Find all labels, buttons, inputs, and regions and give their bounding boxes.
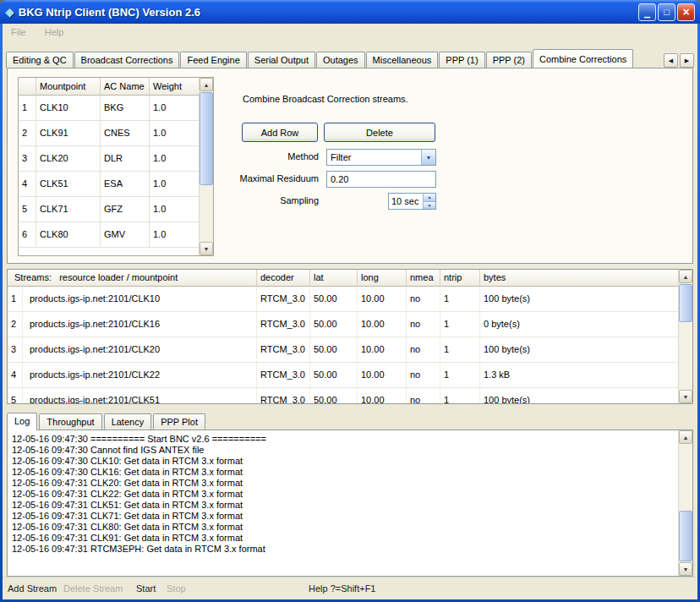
cell-ntrip: 1 — [440, 337, 480, 363]
app-window: ◆ BKG Ntrip Client (BNC) Version 2.6 ▁ □… — [0, 0, 700, 602]
col-header-ac-name[interactable]: AC Name — [101, 78, 150, 96]
col-header-nmea[interactable]: nmea — [407, 270, 440, 287]
maximal-residuum-input[interactable] — [326, 171, 436, 188]
cell-decoder: RTCM_3.0 — [257, 388, 310, 404]
window-title: BKG Ntrip Client (BNC) Version 2.6 — [19, 6, 637, 19]
cell-ac-name[interactable]: GFZ — [101, 197, 150, 222]
tab-feed-engine[interactable]: Feed Engine — [180, 52, 246, 68]
add-stream-button[interactable]: Add Stream — [8, 583, 57, 594]
cell-weight[interactable]: 1.0 — [150, 121, 199, 146]
combine-corrections-panel: Mountpoint AC Name Weight 1 CLK10 BKG 1.… — [7, 68, 693, 264]
cell-mountpoint[interactable]: CLK80 — [36, 222, 101, 248]
add-row-button[interactable]: Add Row — [242, 123, 318, 142]
cell-weight[interactable]: 1.0 — [150, 96, 199, 121]
log-scrollbar[interactable]: ▲ ▼ — [678, 430, 692, 576]
spin-down-icon[interactable]: ▼ — [424, 202, 435, 210]
stream-row[interactable]: 4 products.igs-ip.net:2101/CLK22 RTCM_3.… — [8, 363, 679, 388]
spin-up-icon[interactable]: ▲ — [424, 194, 435, 202]
col-header-decoder[interactable]: decoder — [257, 270, 310, 287]
title-bar[interactable]: ◆ BKG Ntrip Client (BNC) Version 2.6 ▁ □… — [0, 0, 700, 24]
cell-mountpoint[interactable]: CLK91 — [36, 121, 101, 146]
minimize-icon[interactable]: ▁ — [638, 3, 656, 21]
tab-scroll-right-icon[interactable]: ▶ — [680, 53, 694, 68]
table-row[interactable]: 1 CLK10 BKG 1.0 — [19, 96, 199, 121]
tab-bar: Editing & QC Broadcast Corrections Feed … — [6, 52, 694, 68]
menu-help[interactable]: Help — [45, 27, 64, 37]
cell-mountpoint[interactable]: CLK71 — [36, 197, 101, 222]
tab-combine-corrections[interactable]: Combine Corrections — [533, 49, 633, 68]
cell-mountpoint: products.igs-ip.net:2101/CLK22 — [23, 363, 257, 388]
scroll-down-icon[interactable]: ▼ — [200, 242, 213, 255]
cell-mountpoint[interactable]: CLK10 — [36, 96, 101, 121]
combine-mountpoints-table[interactable]: Mountpoint AC Name Weight 1 CLK10 BKG 1.… — [18, 77, 214, 256]
stop-button[interactable]: Stop — [167, 583, 186, 594]
tab-throughput[interactable]: Throughput — [39, 413, 101, 430]
cell-mountpoint[interactable]: CLK51 — [36, 172, 101, 197]
cell-bytes: 100 byte(s) — [480, 287, 679, 312]
scroll-thumb[interactable] — [200, 92, 213, 185]
tab-scroll-buttons: ◀ ▶ — [664, 53, 694, 68]
streams-table[interactable]: Streams: resource loader / mountpoint de… — [7, 269, 693, 404]
col-header-lat[interactable]: lat — [310, 270, 358, 287]
scroll-down-icon[interactable]: ▼ — [679, 562, 692, 576]
cell-ac-name[interactable]: ESA — [101, 172, 150, 197]
table-scrollbar[interactable]: ▲ ▼ — [199, 78, 213, 255]
cell-mountpoint: products.igs-ip.net:2101/CLK51 — [23, 388, 257, 404]
tab-ppp-plot[interactable]: PPP Plot — [153, 413, 205, 430]
col-header-bytes[interactable]: bytes — [480, 270, 679, 287]
chevron-down-icon[interactable]: ▼ — [421, 150, 435, 165]
tab-ppp-2[interactable]: PPP (2) — [486, 52, 532, 68]
scroll-thumb[interactable] — [679, 284, 692, 322]
log-line: 12-05-16 09:47:30 CLK10: Get data in RTC… — [12, 456, 674, 467]
cell-weight[interactable]: 1.0 — [150, 222, 199, 248]
tab-scroll-left-icon[interactable]: ◀ — [664, 53, 678, 68]
col-header-long[interactable]: long — [358, 270, 407, 287]
maximal-residuum-label: Maximal Residuum — [160, 173, 319, 183]
streams-scrollbar[interactable]: ▲ ▼ — [678, 270, 692, 403]
menu-file[interactable]: File — [11, 27, 26, 37]
scroll-up-icon[interactable]: ▲ — [200, 78, 213, 91]
tab-outages[interactable]: Outages — [316, 52, 365, 68]
log-line: 12-05-16 09:47:31 CLK51: Get data in RTC… — [12, 500, 674, 511]
col-header-weight[interactable]: Weight — [150, 78, 199, 96]
cell-long: 10.00 — [358, 363, 407, 388]
stream-row[interactable]: 5 products.igs-ip.net:2101/CLK51 RTCM_3.… — [8, 388, 679, 404]
tab-latency[interactable]: Latency — [104, 413, 152, 430]
cell-ac-name[interactable]: BKG — [101, 96, 150, 121]
close-icon[interactable]: × — [677, 3, 695, 21]
scroll-up-icon[interactable]: ▲ — [679, 270, 692, 283]
col-header-mountpoint[interactable]: Mountpoint — [36, 78, 101, 96]
scroll-up-icon[interactable]: ▲ — [679, 430, 692, 444]
maximize-icon[interactable]: □ — [658, 3, 675, 21]
tab-log[interactable]: Log — [7, 413, 37, 430]
tab-broadcast-corrections[interactable]: Broadcast Corrections — [74, 52, 180, 68]
help-hint: Help ?=Shift+F1 — [309, 583, 376, 594]
sampling-spinbox[interactable]: 10 sec ▲ ▼ — [388, 193, 436, 210]
tab-ppp-1[interactable]: PPP (1) — [439, 52, 484, 68]
tab-editing-qc[interactable]: Editing & QC — [6, 52, 74, 68]
start-button[interactable]: Start — [136, 583, 156, 594]
method-select[interactable]: Filter ▼ — [326, 149, 436, 166]
tab-miscellaneous[interactable]: Miscellaneous — [366, 52, 439, 68]
stream-row[interactable]: 1 products.igs-ip.net:2101/CLK10 RTCM_3.… — [8, 287, 679, 312]
corner-header — [19, 78, 36, 96]
table-row[interactable]: 2 CLK91 CNES 1.0 — [19, 121, 199, 146]
scroll-thumb[interactable] — [679, 511, 692, 561]
scroll-down-icon[interactable]: ▼ — [679, 390, 692, 403]
col-header-ntrip[interactable]: ntrip — [440, 270, 480, 287]
col-header-streams[interactable]: Streams: resource loader / mountpoint — [8, 270, 257, 287]
tab-serial-output[interactable]: Serial Output — [248, 52, 315, 68]
cell-ac-name[interactable]: CNES — [101, 121, 150, 146]
delete-stream-button[interactable]: Delete Stream — [63, 583, 123, 594]
cell-lat: 50.00 — [310, 287, 358, 312]
delete-button[interactable]: Delete — [324, 123, 435, 142]
menu-bar: File Help — [3, 24, 697, 41]
cell-mountpoint[interactable]: CLK20 — [36, 146, 101, 172]
row-number: 1 — [19, 96, 36, 121]
table-row[interactable]: 6 CLK80 GMV 1.0 — [19, 222, 199, 248]
stream-row[interactable]: 3 products.igs-ip.net:2101/CLK20 RTCM_3.… — [8, 337, 679, 363]
cell-ac-name[interactable]: GMV — [101, 222, 150, 248]
cell-lat: 50.00 — [310, 312, 358, 337]
stream-row[interactable]: 2 products.igs-ip.net:2101/CLK16 RTCM_3.… — [8, 312, 679, 337]
cell-ac-name[interactable]: DLR — [101, 146, 150, 172]
